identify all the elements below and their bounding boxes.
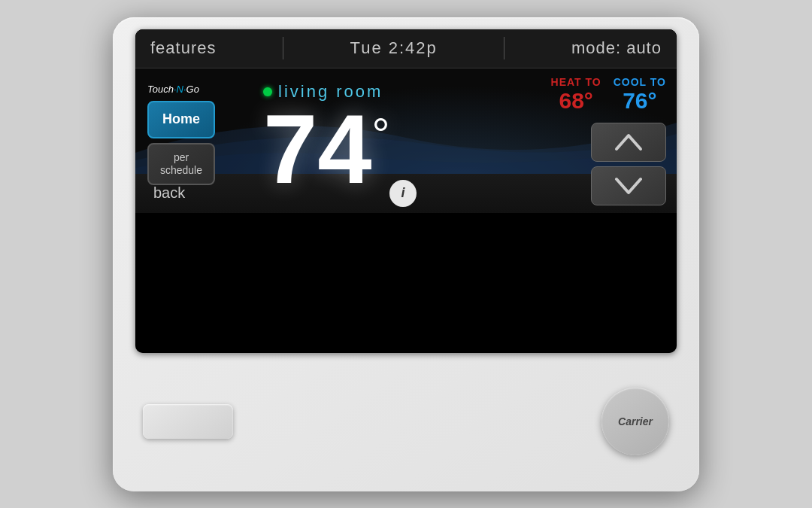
cool-to-value: 76° bbox=[614, 88, 666, 114]
thermostat-body: features Tue 2:42p mode: auto Touch·N·Go… bbox=[113, 17, 699, 491]
features-label[interactable]: features bbox=[150, 38, 217, 58]
heat-to-value: 68° bbox=[551, 88, 601, 114]
right-panel: HEAT TO 68° COOL TO 76° bbox=[541, 68, 677, 213]
schedule-button[interactable]: perschedule bbox=[147, 143, 215, 185]
time-display: Tue 2:42p bbox=[350, 38, 438, 58]
divider-2 bbox=[504, 37, 504, 59]
center-panel: living room 74° bbox=[256, 68, 541, 213]
screen: features Tue 2:42p mode: auto Touch·N·Go… bbox=[135, 29, 677, 353]
set-points-container: HEAT TO 68° COOL TO 76° bbox=[541, 76, 666, 114]
degree-symbol: ° bbox=[372, 108, 390, 159]
top-bar: features Tue 2:42p mode: auto bbox=[135, 29, 677, 68]
cool-to-container: COOL TO 76° bbox=[614, 76, 666, 114]
heat-to-container: HEAT TO 68° bbox=[551, 76, 601, 114]
schedule-text: perschedule bbox=[160, 151, 202, 177]
temp-up-button[interactable] bbox=[591, 123, 666, 162]
cool-to-label: COOL TO bbox=[614, 76, 666, 88]
chevron-up-icon bbox=[614, 132, 644, 152]
small-button[interactable] bbox=[143, 404, 233, 439]
arrow-buttons bbox=[591, 123, 666, 205]
divider-1 bbox=[283, 37, 283, 59]
carrier-logo: Carrier bbox=[601, 388, 669, 455]
temperature-display: 74° bbox=[263, 100, 390, 198]
main-content: Touch·N·Go Home perschedule living room … bbox=[135, 68, 677, 213]
current-temp-value: 74 bbox=[263, 94, 372, 204]
home-button[interactable]: Home bbox=[147, 101, 215, 138]
mode-display: mode: auto bbox=[571, 38, 662, 58]
chevron-down-icon bbox=[614, 176, 644, 196]
left-panel: Touch·N·Go Home perschedule bbox=[135, 68, 256, 213]
temp-down-button[interactable] bbox=[591, 166, 666, 205]
heat-to-label: HEAT TO bbox=[551, 76, 601, 88]
bottom-section: Carrier bbox=[128, 353, 684, 476]
carrier-brand-text: Carrier bbox=[618, 415, 653, 427]
touch-n-go-label: Touch·N·Go bbox=[147, 84, 199, 95]
